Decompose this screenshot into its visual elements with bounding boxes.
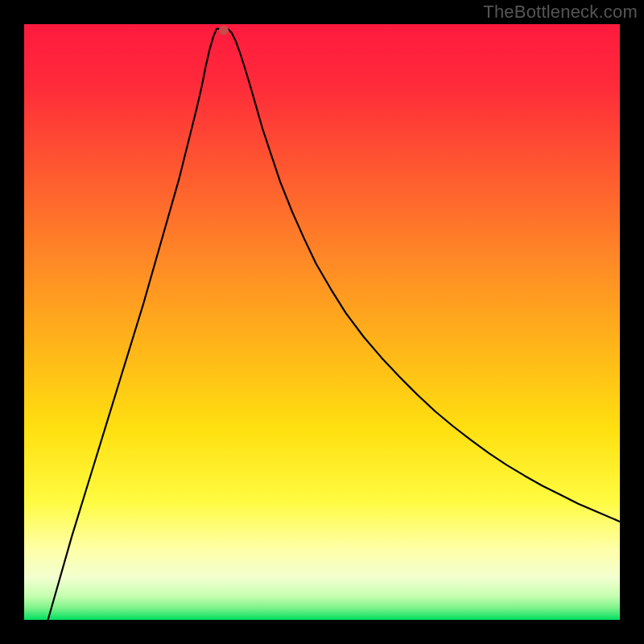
minimum-marker: [219, 25, 229, 35]
watermark-text: TheBottleneck.com: [483, 2, 638, 23]
chart-frame: TheBottleneck.com: [0, 0, 644, 644]
bottleneck-chart: [0, 0, 644, 644]
plot-background: [24, 24, 620, 620]
